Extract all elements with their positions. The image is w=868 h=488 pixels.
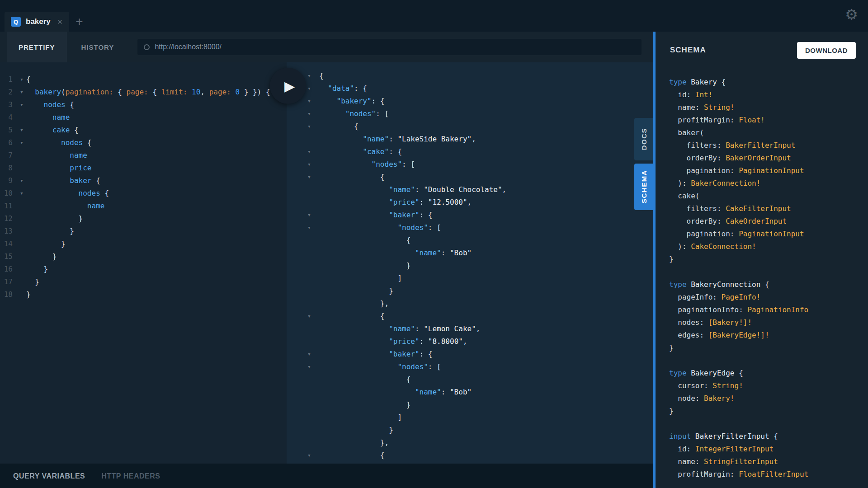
line-number: 6 (0, 136, 17, 149)
query-variables-tab[interactable]: QUERY VARIABLES (13, 472, 85, 480)
endpoint-url-input[interactable] (155, 43, 635, 51)
code-line: { (307, 234, 653, 247)
fold-arrow-icon[interactable]: ▾ (17, 136, 26, 149)
code-text: "name": "Double Chocolate", (319, 183, 506, 196)
fold-arrow-icon[interactable]: ▾ (17, 187, 26, 200)
fold-arrow-icon[interactable]: ▾ (17, 99, 26, 111)
code-line: profitMargin: Float! (669, 114, 868, 127)
code-line: ] (307, 272, 653, 285)
code-line: 7 name (0, 149, 287, 162)
fold-arrow-icon[interactable]: ▾ (307, 221, 319, 234)
download-button[interactable]: DOWNLOAD (797, 42, 856, 59)
code-text: } (26, 263, 48, 276)
code-line: 11 name (0, 200, 287, 212)
schema-panel: SCHEMA DOWNLOAD type Bakery { id: Int! n… (656, 32, 868, 488)
execute-button[interactable]: ▶ (270, 68, 306, 104)
code-text: bakery(pagination: { page: { limit: 10, … (26, 86, 270, 99)
settings-gear-icon[interactable]: ⚙ (845, 7, 858, 22)
fold-arrow-icon[interactable]: ▾ (307, 361, 319, 373)
code-text: id: IntegerFilterInput (669, 443, 774, 455)
prettify-button[interactable]: PRETTIFY (7, 32, 67, 62)
url-bar (137, 39, 642, 55)
fold-arrow-icon[interactable]: ▾ (17, 124, 26, 136)
fold-arrow-icon[interactable]: ▾ (307, 108, 319, 120)
fold-arrow-icon[interactable]: ▾ (307, 95, 319, 108)
code-text: } (26, 288, 31, 301)
fold-gutter (307, 285, 319, 297)
docs-side-tab[interactable]: DOCS (634, 118, 653, 160)
code-line: pageInfo: PageInfo! (669, 291, 868, 304)
toolbar: PRETTIFY HISTORY (0, 32, 653, 62)
fold-arrow-icon[interactable]: ▾ (307, 70, 319, 82)
session-tab-bakery[interactable]: Q bakery × (5, 12, 69, 32)
fold-arrow-icon[interactable]: ▾ (307, 171, 319, 183)
line-number: 12 (0, 212, 17, 225)
fold-gutter (307, 335, 319, 348)
line-number: 15 (0, 250, 17, 263)
code-line: ▾ "nodes": [ (307, 158, 653, 171)
schema-definition[interactable]: type Bakery { id: Int! name: String! pro… (656, 69, 868, 488)
code-text: "nodes": [ (319, 158, 415, 171)
graphql-playground-app: Q bakery × + ⚙ PRETTIFY HISTORY 1▾{2▾ ba… (0, 0, 868, 488)
code-line: } (669, 253, 868, 266)
code-line: ▾ { (307, 449, 653, 462)
code-line: id: IntegerFilterInput (669, 443, 868, 455)
fold-arrow-icon[interactable]: ▾ (17, 86, 26, 99)
code-line: orderBy: BakerOrderInput (669, 152, 868, 164)
code-text: cursor: String! (669, 380, 743, 392)
history-button[interactable]: HISTORY (70, 32, 126, 62)
code-line: ): BakerConnection! (669, 177, 868, 190)
schema-side-tab[interactable]: SCHEMA (634, 164, 653, 210)
fold-arrow-icon[interactable]: ▾ (307, 348, 319, 361)
fold-arrow-icon[interactable]: ▾ (307, 82, 319, 95)
line-number: 18 (0, 288, 17, 301)
code-text: "cake": { (319, 145, 402, 158)
code-line: 3▾ nodes { (0, 99, 287, 111)
code-text: input BakeryFilterInput { (669, 430, 778, 443)
response-viewer[interactable]: ▾{▾ "data": {▾ "bakery": {▾ "nodes": [▾ … (287, 62, 653, 464)
http-headers-tab[interactable]: HTTP HEADERS (101, 472, 160, 480)
code-text: nodes: [Bakery!]! (669, 316, 752, 329)
fold-arrow-icon[interactable]: ▾ (307, 449, 319, 462)
fold-arrow-icon[interactable]: ▾ (307, 158, 319, 171)
code-line: "price": "12.5000", (307, 196, 653, 209)
code-text: "price": "12.5000", (319, 196, 472, 209)
code-line: ▾ { (307, 310, 653, 323)
fold-arrow-icon[interactable]: ▾ (307, 145, 319, 158)
code-line: "name": "Double Chocolate", (307, 183, 653, 196)
code-line: "name": "LakeSide Bakery", (307, 133, 653, 145)
line-number: 4 (0, 111, 17, 124)
plus-icon: + (75, 14, 83, 29)
fold-arrow-icon[interactable]: ▾ (17, 174, 26, 187)
query-editor[interactable]: 1▾{2▾ bakery(pagination: { page: { limit… (0, 62, 287, 464)
code-text: } (26, 212, 83, 225)
code-text: orderBy: BakerOrderInput (669, 152, 791, 164)
code-line: } (307, 285, 653, 297)
code-line: ): CakeConnection! (669, 240, 868, 253)
code-line: 14 } (0, 238, 287, 250)
close-icon[interactable]: × (56, 17, 63, 26)
fold-arrow-icon[interactable]: ▾ (307, 209, 319, 221)
code-line: baker( (669, 127, 868, 139)
code-line: ▾ { (307, 171, 653, 183)
code-text: profitMargin: FloatFilterInput (669, 468, 808, 481)
code-line: pagination: PaginationInput (669, 228, 868, 240)
fold-arrow-icon[interactable]: ▾ (307, 310, 319, 323)
code-line (669, 266, 868, 278)
code-text: name (26, 111, 70, 124)
code-line: "name": "Bob" (307, 247, 653, 259)
code-text: "name": "Bob" (319, 247, 472, 259)
fold-arrow-icon[interactable]: ▾ (307, 120, 319, 133)
code-line: 10▾ nodes { (0, 187, 287, 200)
fold-gutter (307, 373, 319, 386)
code-line: "name": "Lemon Cake", (307, 323, 653, 335)
code-line: ▾{ (307, 70, 653, 82)
fold-arrow-icon[interactable]: ▾ (17, 73, 26, 86)
code-line: ] (307, 411, 653, 424)
play-icon: ▶ (281, 78, 295, 94)
new-tab-button[interactable]: + (69, 12, 90, 32)
code-text: } (319, 259, 410, 272)
code-text: "data": { (319, 82, 367, 95)
code-text: nodes { (26, 99, 74, 111)
code-text: type Bakery { (669, 76, 726, 89)
